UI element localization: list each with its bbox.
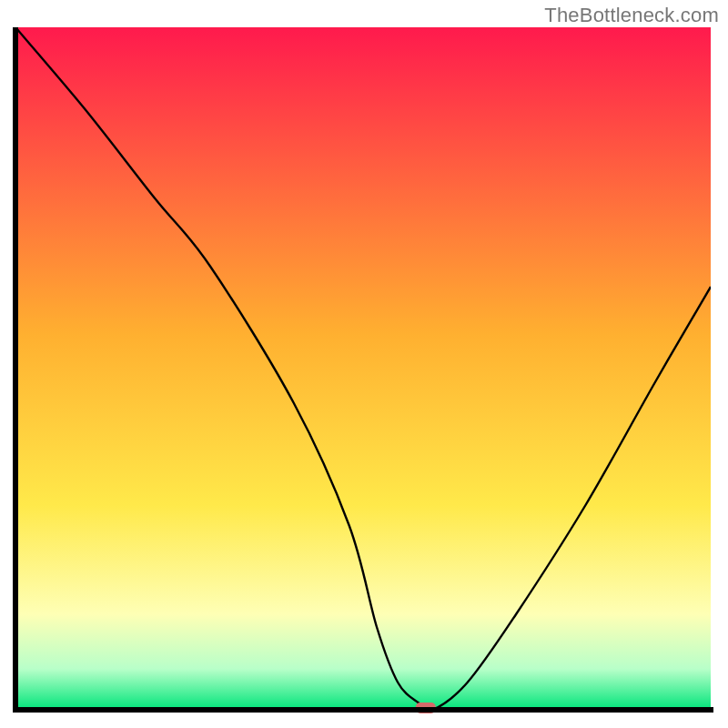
bottleneck-chart: [13, 27, 713, 715]
gradient-background: [15, 27, 711, 710]
plot-area: [13, 27, 713, 715]
watermark-text: TheBottleneck.com: [544, 4, 719, 27]
chart-frame: TheBottleneck.com: [0, 0, 728, 728]
